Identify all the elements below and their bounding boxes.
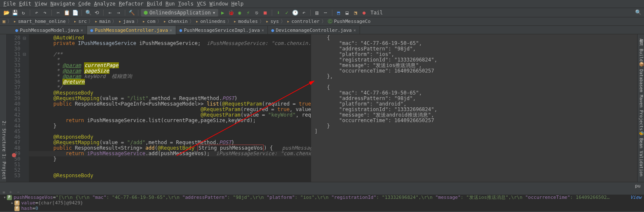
vcs-commit-icon[interactable]: ✓ <box>283 9 291 17</box>
breadcrumb-item[interactable]: java <box>123 19 135 24</box>
menu-analyze[interactable]: Analyze <box>94 1 116 7</box>
breadcrumb-item[interactable]: main <box>99 19 111 24</box>
menu-refactor[interactable]: Refactor <box>119 1 143 7</box>
e1-icon[interactable]: ⬒ <box>335 9 343 17</box>
tool-window-button[interactable]: 🐝 Bean Validation <box>639 131 644 176</box>
spring-icon: ⬢ <box>143 10 148 16</box>
back-icon[interactable]: ← <box>106 9 114 17</box>
tool-window-button[interactable]: 2: Structure <box>0 121 6 151</box>
menu-build[interactable]: Build <box>147 1 162 7</box>
variable-row[interactable]: ▾ P pushMessageVos = "[\r\n {\r\n "mac":… <box>3 195 641 200</box>
close-icon[interactable]: × <box>81 28 83 33</box>
breadcrumb-item[interactable]: PushMessageCo <box>334 19 371 24</box>
editor-tab[interactable]: ●PushMessageServiceImpl.java× <box>176 26 268 34</box>
save-icon[interactable]: 💾 <box>11 9 19 17</box>
dropdown-icon: ▾ <box>213 10 216 16</box>
navigation-bar: ▣ 〉 ▸ smart_home_online 〉 ▸ src 〉 ▸ main… <box>0 17 644 26</box>
file-type-icon: ● <box>90 28 93 33</box>
menu-help[interactable]: Help <box>231 1 244 7</box>
menu-code[interactable]: Code <box>79 1 91 7</box>
structure-icon[interactable]: ▤ <box>313 9 321 17</box>
breadcrumb-item[interactable]: modules <box>238 19 258 24</box>
line-number-gutter: 28 29 30 31 32 33 34 35 36 37 38 39 40 4… <box>7 34 23 182</box>
field-value: 0 <box>35 206 38 211</box>
editor-tab[interactable]: ●PushMessageController.java× <box>87 26 176 34</box>
close-icon[interactable]: × <box>262 28 264 33</box>
tree-toggle-icon[interactable]: ▸ <box>10 200 14 206</box>
attach-icon[interactable]: ⎋ <box>253 9 261 17</box>
coverage-icon[interactable]: ◉ <box>236 9 244 17</box>
folder-icon: ▸ <box>118 19 121 24</box>
menu-edit[interactable]: Edit <box>19 1 31 7</box>
debug-add-icon[interactable]: ＋ <box>8 189 13 195</box>
more-icon[interactable]: ⋯ <box>322 9 329 17</box>
menu-tools[interactable]: Tools <box>178 1 194 7</box>
close-icon[interactable]: × <box>353 28 356 33</box>
vcs-revert-icon[interactable]: ↶ <box>300 9 308 17</box>
menu-window[interactable]: Window <box>210 1 228 7</box>
tool-window-button[interactable]: 暂 Ant Build <box>639 36 644 61</box>
tab-label: PushMessageServiceImpl.java <box>184 28 260 33</box>
vcs-update-icon[interactable]: ⬇ <box>275 9 282 17</box>
breadcrumb-item[interactable]: sys <box>270 19 279 24</box>
menu-file[interactable]: File <box>3 1 16 7</box>
forward-icon[interactable]: → <box>115 9 122 17</box>
redo-icon[interactable]: ↷ <box>41 9 49 17</box>
copy-icon[interactable]: 📋 <box>63 9 70 17</box>
tool-window-button[interactable]: 📦 Database <box>639 61 644 89</box>
undo-icon[interactable]: ↶ <box>33 9 40 17</box>
cut-icon[interactable]: ✂ <box>54 9 62 17</box>
breadcrumb-item[interactable]: onlinedns <box>200 19 226 24</box>
breadcrumb-item[interactable]: chenxin <box>168 19 188 24</box>
crumbs-bar: pu <box>0 182 644 190</box>
profile-icon[interactable]: ⚡ <box>245 9 252 17</box>
e3-icon[interactable]: ⬔ <box>352 9 360 17</box>
var-value-preview: "[\r\n {\r\n "mac": "4C-77-66-19-50-65",… <box>56 195 609 200</box>
close-icon[interactable]: × <box>170 28 172 33</box>
field-name: value <box>21 200 35 206</box>
e2-icon[interactable]: ⬓ <box>343 9 351 17</box>
debug-variables-panel: ▾ P pushMessageVos = "[\r\n {\r\n "mac":… <box>0 195 644 211</box>
tree-toggle-icon[interactable]: ▾ <box>3 195 7 200</box>
breakpoint-icon[interactable] <box>12 153 16 157</box>
run-configuration-selector[interactable]: ⬢ OnlinednsApplication ▾ <box>141 9 218 17</box>
search-everywhere-icon[interactable]: 🔍 <box>635 9 641 15</box>
breadcrumb-item[interactable]: src <box>78 19 87 24</box>
breadcrumb-item[interactable]: smart_home_online <box>18 19 66 24</box>
editor-tabs: ●PushMessageModel.java×●PushMessageContr… <box>0 26 644 34</box>
breadcrumb-item[interactable]: controller <box>291 19 319 24</box>
e4-icon[interactable]: ● <box>360 9 368 17</box>
menu-run[interactable]: Run <box>166 1 175 7</box>
variable-child-row[interactable]: f hash = 0 <box>3 206 641 211</box>
build-icon[interactable]: 🔨 <box>128 9 135 17</box>
run-icon[interactable]: ▶ <box>219 9 227 17</box>
variable-child-row[interactable]: ▸ f value = {char[475]@9429} <box>3 200 641 206</box>
debug-expand-icon[interactable]: ≡ <box>3 190 5 195</box>
tab-label: PushMessageModel.java <box>20 28 79 33</box>
breadcrumb-item[interactable]: com <box>147 19 155 24</box>
view-link[interactable]: View <box>630 195 642 200</box>
debug-icon[interactable]: 🐞 <box>228 9 235 17</box>
paste-icon[interactable]: 📄 <box>71 9 79 17</box>
find-icon[interactable]: 🔍 <box>84 9 92 17</box>
menu-navigate[interactable]: Navigate <box>51 1 75 7</box>
editor-tab[interactable]: ●DevicemanageController.java× <box>268 26 360 34</box>
menu-vcs[interactable]: VCS <box>197 1 206 7</box>
debug-remove-icon[interactable]: － <box>16 189 20 195</box>
stop-icon[interactable]: ■ <box>262 9 269 17</box>
menu-bar: FileEditViewNavigateCodeAnalyzeRefactorB… <box>0 0 644 8</box>
folder-icon: ▸ <box>196 19 199 24</box>
tool-window-button[interactable]: 1: Project <box>0 154 6 179</box>
replace-icon[interactable]: ⟲ <box>93 9 101 17</box>
tab-label: DevicemanageController.java <box>276 28 352 33</box>
folder-icon: ▸ <box>74 19 77 24</box>
vcs-history-icon[interactable]: 🕐 <box>292 9 299 17</box>
tool-window-button[interactable]: m Maven Projects <box>639 89 644 130</box>
open-icon[interactable]: 📂 <box>3 9 10 17</box>
file-type-icon: ● <box>271 28 274 33</box>
fold-gutter: ⊟ ⊟ <box>23 34 29 182</box>
code-editor[interactable]: @AutoWired private IPushMessageService i… <box>29 34 311 182</box>
menu-view[interactable]: View <box>35 1 47 7</box>
editor-tab[interactable]: ●PushMessageModel.java× <box>12 26 87 34</box>
sync-icon[interactable]: ↻ <box>20 9 27 17</box>
